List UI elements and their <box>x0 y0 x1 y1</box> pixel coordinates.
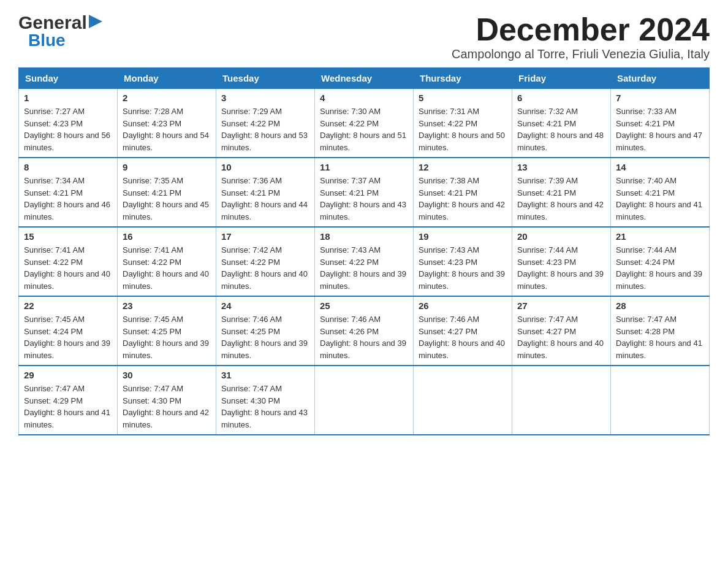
calendar-day-cell: 22 Sunrise: 7:45 AM Sunset: 4:24 PM Dayl… <box>19 296 118 366</box>
calendar-day-cell: 15 Sunrise: 7:41 AM Sunset: 4:22 PM Dayl… <box>19 227 118 296</box>
sunrise-label: Sunrise: 7:44 AM <box>517 245 578 255</box>
sunset-label: Sunset: 4:21 PM <box>517 188 576 197</box>
sunrise-label: Sunrise: 7:36 AM <box>221 176 282 185</box>
calendar-week-row: 22 Sunrise: 7:45 AM Sunset: 4:24 PM Dayl… <box>19 296 710 366</box>
sunset-label: Sunset: 4:27 PM <box>517 327 576 336</box>
calendar-day-cell <box>315 366 414 435</box>
day-number: 13 <box>517 162 605 172</box>
sunrise-label: Sunrise: 7:47 AM <box>616 315 677 324</box>
day-number: 19 <box>419 231 507 242</box>
sunrise-label: Sunrise: 7:47 AM <box>517 315 578 324</box>
daylight-label: Daylight: 8 hours and 43 minutes. <box>221 408 308 429</box>
calendar-day-cell <box>611 366 710 435</box>
calendar-day-cell: 13 Sunrise: 7:39 AM Sunset: 4:21 PM Dayl… <box>512 158 611 227</box>
sunset-label: Sunset: 4:21 PM <box>616 119 675 128</box>
day-number: 25 <box>320 301 408 311</box>
day-info: Sunrise: 7:29 AM Sunset: 4:22 PM Dayligh… <box>221 105 309 153</box>
sunset-label: Sunset: 4:23 PM <box>419 258 477 267</box>
svg-marker-0 <box>89 15 102 28</box>
calendar-day-cell: 5 Sunrise: 7:31 AM Sunset: 4:22 PM Dayli… <box>414 89 512 158</box>
sunset-label: Sunset: 4:25 PM <box>221 327 280 336</box>
daylight-label: Daylight: 8 hours and 40 minutes. <box>221 269 308 291</box>
day-of-week-header: Wednesday <box>315 68 414 89</box>
daylight-label: Daylight: 8 hours and 40 minutes. <box>517 339 604 360</box>
day-info: Sunrise: 7:43 AM Sunset: 4:22 PM Dayligh… <box>320 244 408 292</box>
daylight-label: Daylight: 8 hours and 39 minutes. <box>320 269 406 291</box>
day-number: 23 <box>123 301 211 311</box>
calendar-week-row: 1 Sunrise: 7:27 AM Sunset: 4:23 PM Dayli… <box>19 89 710 158</box>
daylight-label: Daylight: 8 hours and 44 minutes. <box>221 200 308 221</box>
day-number: 10 <box>221 162 309 172</box>
day-number: 9 <box>123 162 211 172</box>
calendar-day-cell: 19 Sunrise: 7:43 AM Sunset: 4:23 PM Dayl… <box>414 227 512 296</box>
sunset-label: Sunset: 4:21 PM <box>616 188 675 197</box>
sunset-label: Sunset: 4:29 PM <box>24 396 83 405</box>
calendar-header-row: SundayMondayTuesdayWednesdayThursdayFrid… <box>19 68 710 89</box>
day-number: 18 <box>320 231 408 242</box>
daylight-label: Daylight: 8 hours and 51 minutes. <box>320 131 406 152</box>
day-info: Sunrise: 7:34 AM Sunset: 4:21 PM Dayligh… <box>24 175 112 223</box>
sunset-label: Sunset: 4:21 PM <box>221 188 280 197</box>
sunrise-label: Sunrise: 7:31 AM <box>419 107 479 116</box>
day-info: Sunrise: 7:41 AM Sunset: 4:22 PM Dayligh… <box>123 244 211 292</box>
sunrise-label: Sunrise: 7:47 AM <box>24 384 85 393</box>
sunset-label: Sunset: 4:30 PM <box>123 396 181 405</box>
logo-arrow-icon <box>89 15 102 31</box>
day-of-week-header: Thursday <box>414 68 512 89</box>
sunrise-label: Sunrise: 7:46 AM <box>221 315 282 324</box>
sunrise-label: Sunrise: 7:41 AM <box>123 245 183 255</box>
calendar-week-row: 8 Sunrise: 7:34 AM Sunset: 4:21 PM Dayli… <box>19 158 710 227</box>
sunrise-label: Sunrise: 7:41 AM <box>24 245 85 255</box>
day-number: 8 <box>24 162 112 172</box>
calendar-day-cell: 6 Sunrise: 7:32 AM Sunset: 4:21 PM Dayli… <box>512 89 611 158</box>
day-number: 11 <box>320 162 408 172</box>
sunset-label: Sunset: 4:22 PM <box>320 119 379 128</box>
day-info: Sunrise: 7:46 AM Sunset: 4:25 PM Dayligh… <box>221 313 309 361</box>
sunrise-label: Sunrise: 7:30 AM <box>320 107 381 116</box>
sunset-label: Sunset: 4:22 PM <box>221 119 280 128</box>
sunset-label: Sunset: 4:23 PM <box>24 119 83 128</box>
sunset-label: Sunset: 4:21 PM <box>24 188 83 197</box>
calendar-day-cell: 10 Sunrise: 7:36 AM Sunset: 4:21 PM Dayl… <box>216 158 315 227</box>
day-info: Sunrise: 7:42 AM Sunset: 4:22 PM Dayligh… <box>221 244 309 292</box>
calendar-day-cell: 12 Sunrise: 7:38 AM Sunset: 4:21 PM Dayl… <box>414 158 512 227</box>
day-info: Sunrise: 7:45 AM Sunset: 4:24 PM Dayligh… <box>24 313 112 361</box>
day-number: 3 <box>221 93 309 103</box>
sunset-label: Sunset: 4:22 PM <box>24 258 83 267</box>
day-info: Sunrise: 7:44 AM Sunset: 4:24 PM Dayligh… <box>616 244 704 292</box>
day-info: Sunrise: 7:36 AM Sunset: 4:21 PM Dayligh… <box>221 175 309 223</box>
daylight-label: Daylight: 8 hours and 41 minutes. <box>616 339 702 360</box>
daylight-label: Daylight: 8 hours and 39 minutes. <box>24 339 110 360</box>
calendar-day-cell: 27 Sunrise: 7:47 AM Sunset: 4:27 PM Dayl… <box>512 296 611 366</box>
day-of-week-header: Tuesday <box>216 68 315 89</box>
calendar-day-cell: 21 Sunrise: 7:44 AM Sunset: 4:24 PM Dayl… <box>611 227 710 296</box>
sunset-label: Sunset: 4:21 PM <box>320 188 379 197</box>
day-info: Sunrise: 7:30 AM Sunset: 4:22 PM Dayligh… <box>320 105 408 153</box>
day-info: Sunrise: 7:38 AM Sunset: 4:21 PM Dayligh… <box>419 175 507 223</box>
daylight-label: Daylight: 8 hours and 43 minutes. <box>320 200 406 221</box>
calendar-day-cell: 26 Sunrise: 7:46 AM Sunset: 4:27 PM Dayl… <box>414 296 512 366</box>
daylight-label: Daylight: 8 hours and 47 minutes. <box>616 131 702 152</box>
sunrise-label: Sunrise: 7:47 AM <box>221 384 282 393</box>
calendar-day-cell: 30 Sunrise: 7:47 AM Sunset: 4:30 PM Dayl… <box>118 366 216 435</box>
day-info: Sunrise: 7:46 AM Sunset: 4:26 PM Dayligh… <box>320 313 408 361</box>
day-info: Sunrise: 7:33 AM Sunset: 4:21 PM Dayligh… <box>616 105 704 153</box>
calendar-day-cell: 25 Sunrise: 7:46 AM Sunset: 4:26 PM Dayl… <box>315 296 414 366</box>
daylight-label: Daylight: 8 hours and 40 minutes. <box>419 339 505 360</box>
day-number: 27 <box>517 301 605 311</box>
day-number: 5 <box>419 93 507 103</box>
sunrise-label: Sunrise: 7:29 AM <box>221 107 282 116</box>
sunset-label: Sunset: 4:30 PM <box>221 396 280 405</box>
calendar-day-cell: 1 Sunrise: 7:27 AM Sunset: 4:23 PM Dayli… <box>19 89 118 158</box>
day-info: Sunrise: 7:40 AM Sunset: 4:21 PM Dayligh… <box>616 175 704 223</box>
calendar-day-cell: 11 Sunrise: 7:37 AM Sunset: 4:21 PM Dayl… <box>315 158 414 227</box>
day-number: 22 <box>24 301 112 311</box>
day-of-week-header: Monday <box>118 68 216 89</box>
logo-general-text: General <box>18 12 87 33</box>
sunset-label: Sunset: 4:28 PM <box>616 327 675 336</box>
daylight-label: Daylight: 8 hours and 54 minutes. <box>123 131 209 152</box>
daylight-label: Daylight: 8 hours and 39 minutes. <box>320 339 406 360</box>
sunset-label: Sunset: 4:23 PM <box>123 119 181 128</box>
calendar-day-cell <box>512 366 611 435</box>
daylight-label: Daylight: 8 hours and 42 minutes. <box>123 408 209 429</box>
